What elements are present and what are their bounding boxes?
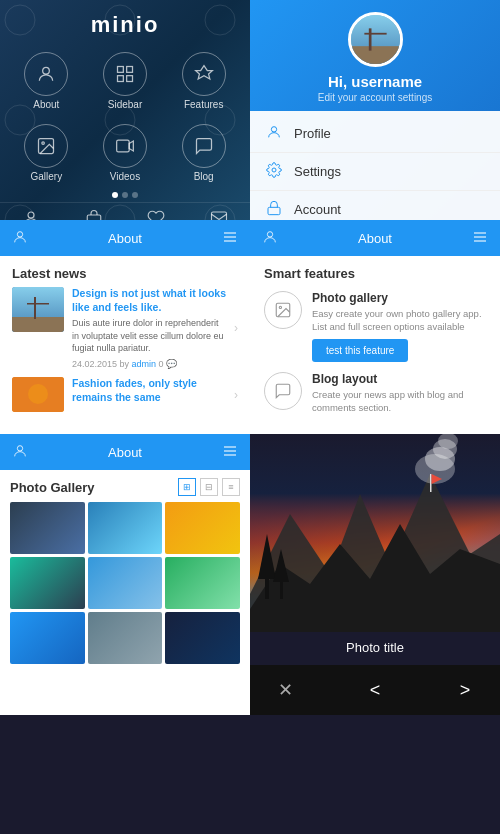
- photo-4[interactable]: [10, 557, 85, 609]
- dot-2: [122, 192, 128, 198]
- nav-user-icon-3[interactable]: [262, 229, 278, 248]
- hamburger-icon-2[interactable]: [472, 229, 488, 248]
- feature-blog-name: Blog layout: [312, 372, 486, 386]
- svg-rect-17: [268, 207, 280, 214]
- news-item-2-title: Fashion fades, only style remains the sa…: [72, 377, 226, 404]
- svg-rect-14: [364, 33, 386, 35]
- feature-gallery: Photo gallery Easy create your own photo…: [264, 291, 486, 362]
- grid2-view-icon[interactable]: ⊟: [200, 478, 218, 496]
- photo-gallery-icon: [264, 291, 302, 329]
- grid3-view-icon[interactable]: ⊞: [178, 478, 196, 496]
- nav-user-icon-4[interactable]: [12, 443, 28, 462]
- sidebar-label: Sidebar: [108, 99, 142, 110]
- blog-icon: [182, 124, 226, 168]
- account-item-label: Account: [294, 202, 341, 217]
- photo-5[interactable]: [88, 557, 163, 609]
- svg-point-15: [271, 127, 276, 132]
- profile-menu-item-settings[interactable]: Settings: [250, 153, 500, 191]
- photo-title-bar: Photo title: [250, 632, 500, 663]
- photo-title-text: Photo title: [346, 640, 404, 655]
- nav-user-icon[interactable]: [22, 209, 40, 220]
- photo-3[interactable]: [165, 502, 240, 554]
- bottom-nav: [0, 202, 250, 220]
- right-profile-panel: Hi, username Edit your account settings …: [250, 0, 500, 220]
- features-nav: About: [250, 220, 500, 256]
- photo-view-panel: Photo title ✕ < >: [250, 434, 500, 715]
- videos-label: Videos: [110, 171, 140, 182]
- menu-item-sidebar[interactable]: Sidebar: [87, 46, 164, 116]
- app-container: minio About Sidebar: [0, 0, 500, 834]
- svg-rect-23: [12, 317, 64, 332]
- list-view-icon[interactable]: ≡: [222, 478, 240, 496]
- hamburger-icon[interactable]: [222, 229, 238, 248]
- svg-point-33: [279, 306, 281, 308]
- photo-prev-button[interactable]: <: [360, 675, 390, 705]
- svg-rect-25: [27, 303, 49, 305]
- svg-rect-24: [34, 297, 36, 319]
- svg-point-34: [17, 445, 22, 450]
- settings-icon: [266, 162, 284, 181]
- news-section-title: Latest news: [12, 266, 238, 281]
- news-item-1: Design is not just what it looks like an…: [12, 287, 238, 369]
- profile-menu-item-profile[interactable]: Profile: [250, 115, 500, 153]
- photo-6[interactable]: [165, 557, 240, 609]
- news-item-1-meta: 24.02.2015 by admin 0 💬: [72, 359, 226, 369]
- news-item-1-content: Design is not just what it looks like an…: [72, 287, 226, 369]
- menu-item-features[interactable]: Features: [165, 46, 242, 116]
- hamburger-icon-3[interactable]: [222, 443, 238, 462]
- feature-gallery-name: Photo gallery: [312, 291, 486, 305]
- news-content: Latest news Design is not just what it l…: [0, 256, 250, 430]
- nav-bag-icon[interactable]: [85, 209, 103, 220]
- photo-2[interactable]: [88, 502, 163, 554]
- features-label: Features: [184, 99, 223, 110]
- menu-grid: About Sidebar Features: [0, 46, 250, 188]
- photo-view-image: [250, 434, 500, 632]
- profile-menu-item-account[interactable]: Account: [250, 191, 500, 220]
- test-feature-button[interactable]: test this feature: [312, 339, 408, 362]
- gallery-icon: [24, 124, 68, 168]
- svg-point-16: [272, 168, 276, 172]
- photo-close-button[interactable]: ✕: [270, 675, 300, 705]
- about-label: About: [33, 99, 59, 110]
- svg-rect-9: [87, 215, 101, 220]
- features-nav-title: About: [358, 231, 392, 246]
- feature-blog-desc: Create your news app with blog and comme…: [312, 388, 486, 415]
- page-dots: [0, 188, 250, 202]
- menu-item-blog[interactable]: Blog: [165, 118, 242, 188]
- svg-rect-3: [117, 76, 123, 82]
- svg-rect-2: [127, 67, 133, 73]
- profile-item-label: Profile: [294, 126, 331, 141]
- svg-point-18: [17, 231, 22, 236]
- photo-9[interactable]: [165, 612, 240, 664]
- photo-1[interactable]: [10, 502, 85, 554]
- news-item-1-title: Design is not just what it looks like an…: [72, 287, 226, 314]
- photo-8[interactable]: [88, 612, 163, 664]
- svg-rect-13: [368, 28, 371, 50]
- profile-menu: Profile Settings Account: [250, 111, 500, 220]
- photo-7[interactable]: [10, 612, 85, 664]
- blog-layout-icon: [264, 372, 302, 410]
- svg-point-6: [42, 142, 45, 145]
- menu-item-gallery[interactable]: Gallery: [8, 118, 85, 188]
- nav-user-icon-2[interactable]: [12, 229, 28, 248]
- profile-edit-text: Edit your account settings: [318, 92, 433, 103]
- menu-item-videos[interactable]: Videos: [87, 118, 164, 188]
- profile-user-icon: [266, 124, 284, 143]
- app-title: minio: [0, 0, 250, 46]
- photo-controls: ✕ < >: [250, 665, 500, 715]
- top-section: minio About Sidebar: [0, 0, 500, 220]
- news-panel: About Latest news: [0, 220, 250, 434]
- svg-rect-10: [211, 212, 226, 220]
- news-nav-title: About: [108, 231, 142, 246]
- nav-mail-icon[interactable]: [210, 209, 228, 220]
- gallery-nav: About: [0, 434, 250, 470]
- settings-item-label: Settings: [294, 164, 341, 179]
- features-icon: [182, 52, 226, 96]
- menu-item-about[interactable]: About: [8, 46, 85, 116]
- svg-rect-12: [351, 46, 400, 64]
- news-thumb-2: [12, 377, 64, 412]
- bottom-section: About Photo Gallery ⊞ ⊟ ≡: [0, 434, 500, 715]
- nav-heart-icon[interactable]: [147, 209, 165, 220]
- gallery-view-icons: ⊞ ⊟ ≡: [178, 478, 240, 496]
- photo-next-button[interactable]: >: [450, 675, 480, 705]
